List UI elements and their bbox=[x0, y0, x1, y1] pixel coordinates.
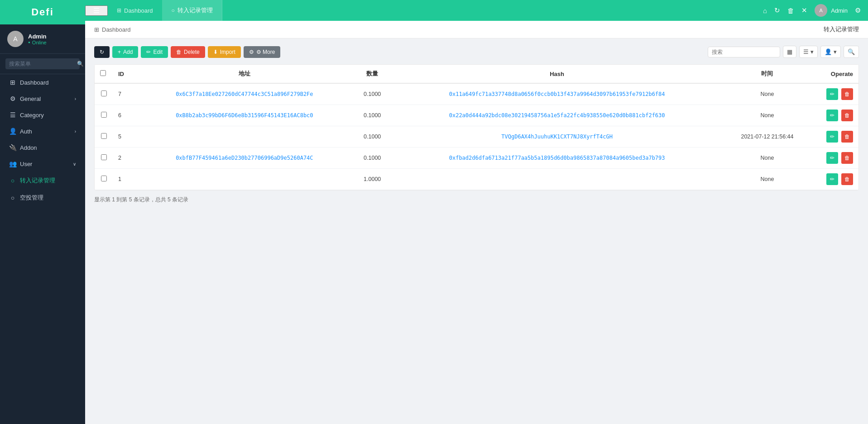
tab-transfer[interactable]: ○ 转入记录管理 bbox=[163, 0, 222, 21]
th-time: 时间 bbox=[721, 65, 813, 83]
row-select-checkbox[interactable] bbox=[101, 154, 107, 160]
circle-icon: ○ bbox=[9, 194, 16, 201]
table-row: 5 0.1000 TVQgD6AX4hJuuhuKK1CXT7NJ8XyrfT4… bbox=[95, 126, 858, 148]
table-wrapper: ID 地址 数量 Hash 时间 Operate 7 0x6C3f7a18Ee0… bbox=[94, 64, 859, 191]
breadcrumb-home-icon: ⊞ bbox=[94, 26, 99, 33]
breadcrumb-page-title: 转入记录管理 bbox=[824, 25, 859, 33]
sidebar-item-addon[interactable]: 🔌 Addon bbox=[0, 139, 85, 156]
topbar-right: ⌂ ↻ 🗑 ✕ A Admin ⚙ bbox=[763, 4, 868, 17]
sidebar-item-label: Dashboard bbox=[20, 79, 76, 86]
row-edit-button[interactable]: ✏ bbox=[826, 110, 838, 121]
row-select-checkbox[interactable] bbox=[101, 91, 107, 96]
user-info: Admin Online bbox=[28, 33, 47, 45]
row-delete-button[interactable]: 🗑 bbox=[841, 152, 853, 164]
cell-address: 0x6C3f7a18Ee027260dC47744c3C51a896F279B2… bbox=[137, 83, 352, 105]
row-select-checkbox[interactable] bbox=[101, 176, 107, 181]
cell-amount: 1.0000 bbox=[352, 169, 393, 190]
table-header: ID 地址 数量 Hash 时间 Operate bbox=[95, 65, 858, 83]
edit-button[interactable]: ✏ Edit bbox=[141, 46, 168, 58]
select-all-checkbox[interactable] bbox=[100, 70, 106, 76]
sidebar-item-category[interactable]: ☰ Category bbox=[0, 107, 85, 123]
sidebar: Defi A Admin Online 🔍 ⊞ Dashboard ⚙ Gene… bbox=[0, 0, 85, 424]
row-delete-button[interactable]: 🗑 bbox=[841, 173, 853, 185]
cell-id: 2 bbox=[113, 148, 137, 169]
user-status: Online bbox=[28, 40, 47, 45]
row-edit-button[interactable]: ✏ bbox=[826, 173, 838, 185]
grid-icon: ▦ bbox=[787, 48, 792, 55]
cell-time: None bbox=[721, 169, 813, 190]
row-delete-button[interactable]: 🗑 bbox=[841, 110, 853, 121]
transfer-tab-icon: ○ bbox=[172, 7, 175, 14]
trash-icon[interactable]: 🗑 bbox=[787, 7, 794, 14]
cell-time: None bbox=[721, 83, 813, 105]
cell-amount: 0.1000 bbox=[352, 105, 393, 126]
search-icon: 🔍 bbox=[848, 48, 855, 55]
sidebar-item-auth[interactable]: 👤 Auth › bbox=[0, 123, 85, 139]
row-select-checkbox[interactable] bbox=[101, 112, 107, 118]
search-input[interactable] bbox=[9, 61, 77, 67]
search-icon: 🔍 bbox=[77, 61, 84, 67]
more-button[interactable]: ⚙ ⚙ More bbox=[244, 46, 281, 58]
delete-button[interactable]: 🗑 Delete bbox=[171, 46, 205, 58]
more-label: ⚙ More bbox=[256, 49, 275, 55]
tab-label: Dashboard bbox=[124, 7, 153, 14]
search-input[interactable] bbox=[712, 49, 780, 55]
sidebar-item-general[interactable]: ⚙ General › bbox=[0, 91, 85, 107]
chevron-right-icon: › bbox=[75, 129, 76, 134]
cell-amount: 0.1000 bbox=[352, 83, 393, 105]
menu-toggle-button[interactable]: ☰ bbox=[85, 5, 108, 16]
cell-hash: 0x11a649fc71a337748d8a0656f0ccb0b13f437a… bbox=[393, 83, 721, 105]
toolbar-right: ▦ ☰ ▾ 👤 ▾ 🔍 bbox=[708, 46, 859, 58]
breadcrumb: ⊞ Dashboard bbox=[94, 26, 131, 33]
list-icon: ☰ bbox=[803, 48, 809, 55]
sidebar-item-user[interactable]: 👥 User ∨ bbox=[0, 156, 85, 172]
topbar-user[interactable]: A Admin bbox=[815, 4, 848, 17]
row-delete-button[interactable]: 🗑 bbox=[841, 88, 853, 100]
sidebar-item-transfer[interactable]: ○ 转入记录管理 bbox=[0, 172, 85, 189]
sidebar-item-airdrop[interactable]: ○ 空投管理 bbox=[0, 189, 85, 206]
dashboard-tab-icon: ⊞ bbox=[117, 7, 121, 14]
cell-id: 7 bbox=[113, 83, 137, 105]
refresh-button[interactable]: ↻ bbox=[94, 46, 110, 58]
grid-view-button[interactable]: ▦ bbox=[783, 46, 796, 58]
row-edit-button[interactable]: ✏ bbox=[826, 152, 838, 164]
row-edit-button[interactable]: ✏ bbox=[826, 131, 838, 143]
tab-dashboard[interactable]: ⊞ Dashboard bbox=[108, 0, 163, 21]
cell-operate: ✏ 🗑 bbox=[813, 148, 858, 169]
cell-hash: 0xfbad2d6dfa6713a21f77aa5b5a1895d6d0ba98… bbox=[393, 148, 721, 169]
column-search-button[interactable]: 🔍 bbox=[844, 46, 859, 58]
settings-icon[interactable]: ⚙ bbox=[855, 6, 861, 14]
username: Admin bbox=[28, 33, 47, 40]
cell-id: 5 bbox=[113, 126, 137, 148]
topbar-username: Admin bbox=[831, 7, 848, 14]
row-delete-button[interactable]: 🗑 bbox=[841, 131, 853, 143]
toolbar: ↻ + Add ✏ Edit 🗑 Delete ⬇ Import bbox=[94, 46, 859, 58]
breadcrumb-bar: ⊞ Dashboard 转入记录管理 bbox=[85, 21, 868, 38]
close-icon[interactable]: ✕ bbox=[801, 6, 807, 14]
row-select-checkbox[interactable] bbox=[101, 133, 107, 139]
add-button[interactable]: + Add bbox=[112, 46, 138, 58]
table-row: 7 0x6C3f7a18Ee027260dC47744c3C51a896F279… bbox=[95, 83, 858, 105]
home-icon[interactable]: ⌂ bbox=[763, 7, 767, 14]
sidebar-item-dashboard[interactable]: ⊞ Dashboard bbox=[0, 74, 85, 91]
addon-icon: 🔌 bbox=[9, 144, 16, 151]
cell-time: 2021-07-12 21:56:44 bbox=[721, 126, 813, 148]
cell-address: 0xB8b2ab3c99bD6F6D6e8b31596F45143E16AC8b… bbox=[137, 105, 352, 126]
cell-address bbox=[137, 169, 352, 190]
user-filter-button[interactable]: 👤 ▾ bbox=[820, 46, 841, 58]
cell-address bbox=[137, 126, 352, 148]
search-wrap bbox=[708, 47, 780, 57]
auth-icon: 👤 bbox=[9, 128, 16, 135]
content-area: ⊞ Dashboard 转入记录管理 ↻ + Add ✏ Edit 🗑 bbox=[85, 21, 868, 424]
delete-label: Delete bbox=[184, 49, 200, 55]
row-edit-button[interactable]: ✏ bbox=[826, 88, 838, 100]
sidebar-nav: ⊞ Dashboard ⚙ General › ☰ Category 👤 Aut… bbox=[0, 74, 85, 424]
sidebar-item-label: User bbox=[20, 161, 73, 167]
import-button[interactable]: ⬇ Import bbox=[208, 46, 241, 58]
refresh-icon[interactable]: ↻ bbox=[774, 6, 780, 14]
cell-hash: 0x22a0d444a92bdc08e30219458756a1e5fa22fc… bbox=[393, 105, 721, 126]
pagination-info: 显示第 1 到第 5 条记录，总共 5 条记录 bbox=[94, 191, 859, 205]
list-view-button[interactable]: ☰ ▾ bbox=[799, 46, 818, 58]
pencil-icon: ✏ bbox=[146, 49, 151, 55]
cell-amount: 0.1000 bbox=[352, 148, 393, 169]
